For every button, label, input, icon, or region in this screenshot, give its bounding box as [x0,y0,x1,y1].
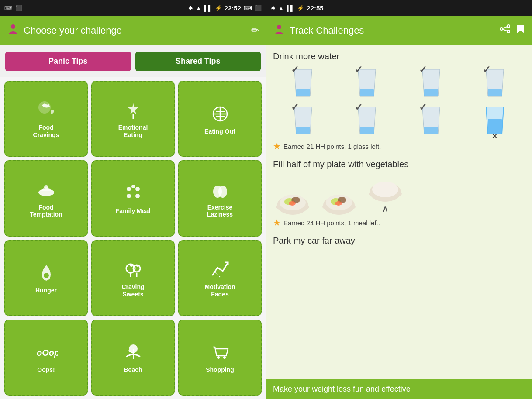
emotional-eating-icon [122,99,145,121]
svg-rect-35 [360,89,374,96]
challenge-eating-out[interactable]: Eating Out [178,81,262,157]
challenge-food-cravings[interactable]: FoodCravings [4,81,88,157]
battery2-icon: ⚡ [297,5,304,11]
wifi-icon: ▲ [196,5,201,11]
water-glass-4[interactable]: ✓ [465,66,525,100]
svg-point-30 [507,30,510,33]
plate-full-2 [319,187,359,215]
bookmark-icon[interactable] [516,24,525,37]
time-right: 22:55 [307,4,323,12]
food-cravings-icon [35,99,58,121]
svg-point-10 [127,187,131,191]
challenge-emotional-eating[interactable]: EmotionalEating [91,81,175,157]
plate-item-3[interactable]: ∧ [366,174,405,215]
water-glass-8-current[interactable]: ✕ [465,103,525,138]
system-icons-left: ✱ ▲ ▌▌ ⚡ 22:52 ⌨ ⬛ [188,4,262,12]
water-glass-7[interactable]: ✓ [401,103,461,138]
glass-container-5: ✓ [290,103,316,138]
edit-icon[interactable]: ✏ [251,25,259,36]
status-icons-left: ⌨ ⬛ [4,5,22,11]
share-icon[interactable] [500,24,510,37]
checkmark-1: ✓ [291,64,299,76]
water-glass-3[interactable]: ✓ [401,66,461,100]
svg-point-14 [135,194,140,198]
shopping-label: Shopping [206,366,234,374]
challenge-shopping[interactable]: Shopping [178,320,262,396]
hunger-label: Hunger [35,287,57,294]
bluetooth-icon: ✱ [188,5,193,11]
cross-mark: ✕ [491,131,498,141]
svg-rect-38 [296,127,310,134]
svg-point-31 [500,28,503,30]
challenge-exercise-laziness[interactable]: ExerciseLaziness [178,160,262,236]
usb-icon: ⌨ [4,5,13,11]
water-points-text: Earned 21 HH points, 1 glass left. [283,143,381,150]
food-temptation-icon [35,179,58,201]
left-panel: Choose your challenge ✏ Panic Tips Share… [0,16,266,399]
food-cravings-label: FoodCravings [33,124,59,139]
food-temptation-label: FoodTemptation [30,204,62,219]
plate-item-2[interactable] [319,187,359,215]
family-meal-label: Family Meal [116,207,150,215]
status-bar: ⌨ ⬛ ✱ ▲ ▌▌ ⚡ 22:52 ⌨ ⬛ ✱ ▲ ▌▌ ⚡ 22:55 [0,0,532,16]
checkmark-6: ✓ [355,102,363,113]
svg-rect-40 [424,127,438,134]
vegetables-points-row: ★ Earned 24 HH points, 1 meal left. [273,217,525,228]
left-header-title: Choose your challenge [24,25,247,36]
svg-point-16 [218,186,227,198]
challenge-craving-sweets[interactable]: CravingSweets [91,240,175,316]
oops-label: Oops! [37,366,55,374]
water-points-row: ★ Earned 21 HH points, 1 glass left. [273,141,525,151]
svg-point-17 [44,273,49,278]
checkmark-4: ✓ [483,64,491,76]
plate-item-1[interactable] [273,187,312,215]
right-header-actions [500,24,525,37]
right-header-icon [273,24,285,38]
glass-container-4: ✓ [482,66,508,100]
svg-line-33 [503,29,507,31]
shared-tips-tab[interactable]: Shared Tips [135,52,261,71]
right-header-title: Track Challenges [290,25,495,36]
svg-line-22 [215,272,220,277]
water-glass-5[interactable]: ✓ [273,103,333,138]
water-glass-6[interactable]: ✓ [337,103,397,138]
svg-rect-39 [360,127,374,134]
vegetables-section: Fill half of my plate with vegetables [273,159,525,228]
water-grid-row1: ✓ ✓ [273,66,525,100]
challenge-hunger[interactable]: Hunger [4,240,88,316]
challenges-content[interactable]: Drink more water ✓ [266,45,532,379]
signal-icon: ▌▌ [204,5,212,11]
status-bar-left: ⌨ ⬛ ✱ ▲ ▌▌ ⚡ 22:52 ⌨ ⬛ [0,4,266,12]
bluetooth2-icon: ✱ [271,5,276,11]
checkmark-7: ✓ [419,102,427,113]
shopping-icon [209,341,231,364]
glass-container-8: ✕ [482,103,508,138]
signal2-icon: ▌▌ [287,5,294,11]
time-left: 22:52 [225,4,241,12]
water-title: Drink more water [273,52,525,62]
svg-point-9 [44,185,48,189]
water-star-icon: ★ [273,141,281,151]
svg-point-13 [127,194,131,198]
plate-full-1 [273,187,312,215]
glass-container-1: ✓ [290,66,316,100]
motivation-fades-icon [209,258,231,281]
water-glass-1[interactable]: ✓ [273,66,333,100]
oops-icon: oOops! [35,341,58,364]
challenge-oops[interactable]: oOops! Oops! [4,320,88,396]
svg-point-27 [223,356,226,359]
challenge-beach[interactable]: Beach [91,320,175,396]
usb2-icon: ⌨ [244,5,252,11]
challenge-food-temptation[interactable]: FoodTemptation [4,160,88,236]
checkmark-3: ✓ [419,64,427,76]
panic-tips-tab[interactable]: Panic Tips [5,52,131,71]
svg-rect-34 [296,89,310,96]
water-grid-row2: ✓ ✓ [273,103,525,138]
water-glass-2[interactable]: ✓ [337,66,397,100]
plate-row: ∧ [273,174,525,215]
cam2-icon: ⬛ [255,5,262,11]
exercise-laziness-icon [209,179,231,201]
challenge-family-meal[interactable]: Family Meal [91,160,175,236]
left-header: Choose your challenge ✏ [0,16,266,45]
challenge-motivation-fades[interactable]: MotivationFades [178,240,262,316]
